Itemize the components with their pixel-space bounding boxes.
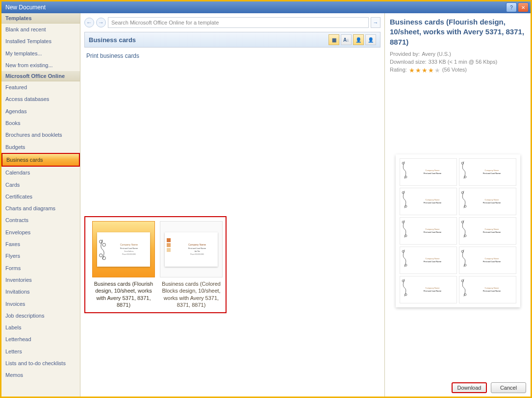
sidebar-item-envelopes[interactable]: Envelopes	[1, 226, 80, 238]
sidebar-item-agendas[interactable]: Agendas	[1, 105, 80, 117]
thumb-image: Company Name First and Last Name Street …	[92, 221, 155, 277]
star-icon: ★	[415, 67, 421, 74]
sidebar-item-labels[interactable]: Labels	[1, 322, 80, 333]
preview-card: Company NameFirst and Last Name	[400, 188, 457, 215]
preview-card: Company NameFirst and Last Name	[459, 217, 516, 245]
template-thumb-blocks[interactable]: Company Name First and Last Name Job Tit…	[160, 221, 223, 308]
star-icon: ★	[428, 67, 434, 74]
sidebar-item-newfromexisting[interactable]: New from existing...	[1, 59, 80, 71]
star-icon: ★	[409, 67, 415, 74]
sidebar-item-blank[interactable]: Blank and recent	[1, 24, 80, 35]
template-preview: Company NameFirst and Last Name Company …	[396, 154, 520, 307]
provided-by-row: Provided by: Avery (U.S.)	[390, 51, 526, 57]
preview-card: Company NameFirst and Last Name	[400, 276, 457, 303]
thumb-label: Business cards (Colored Blocks design, 1…	[160, 280, 223, 308]
window-title: New Document	[3, 4, 506, 11]
sidebar-item-access[interactable]: Access databases	[1, 93, 80, 105]
sidebar-item-letters[interactable]: Letters	[1, 346, 80, 357]
nav-forward-button[interactable]: →	[96, 18, 106, 27]
close-button[interactable]: ✕	[518, 2, 529, 12]
svg-point-2	[100, 253, 102, 256]
new-document-dialog: New Document ? ✕ Templates Blank and rec…	[0, 0, 532, 398]
help-button[interactable]: ?	[506, 2, 517, 12]
thumb-image: Company Name First and Last Name Job Tit…	[160, 221, 223, 277]
sidebar-item-books[interactable]: Books	[1, 117, 80, 129]
titlebar: New Document ? ✕	[1, 1, 531, 13]
sidebar-item-calendars[interactable]: Calendars	[1, 167, 80, 178]
preview-card: Company NameFirst and Last Name	[400, 247, 457, 274]
sidebar-item-featured[interactable]: Featured	[1, 81, 80, 93]
sidebar-item-installed[interactable]: Installed Templates	[1, 35, 80, 47]
rating-row: Rating: ★ ★ ★ ★ ★ (56 Votes)	[390, 67, 526, 74]
filter-button[interactable]: 👤	[365, 34, 376, 45]
view-button[interactable]: ▦	[329, 34, 339, 45]
preview-card: Company NameFirst and Last Name	[459, 188, 516, 215]
sidebar-item-cards[interactable]: Cards	[1, 179, 80, 191]
center-panel: ← → Search Microsoft Office Online for a…	[80, 13, 385, 397]
cancel-button[interactable]: Cancel	[491, 382, 526, 393]
template-sidebar[interactable]: Templates Blank and recent Installed Tem…	[1, 13, 80, 397]
thumb-label: Business cards (Flourish design, 10/shee…	[92, 280, 155, 308]
sidebar-item-certificates[interactable]: Certificates	[1, 191, 80, 202]
sidebar-item-mytemplates[interactable]: My templates...	[1, 48, 80, 59]
sidebar-item-brochures[interactable]: Brochures and booklets	[1, 129, 80, 141]
window-buttons: ? ✕	[506, 2, 529, 12]
sidebar-item-invitations[interactable]: Invitations	[1, 286, 80, 298]
sidebar-item-charts[interactable]: Charts and diagrams	[1, 202, 80, 214]
download-button[interactable]: Download	[452, 382, 487, 393]
detail-title: Business cards (Flourish design, 10/shee…	[390, 17, 526, 47]
sidebar-group-online: Featured Access databases Agendas Books …	[1, 81, 80, 381]
customer-button[interactable]: 👤	[353, 34, 364, 45]
search-input[interactable]: Search Microsoft Office Online for a tem…	[108, 17, 369, 28]
star-icon: ★	[422, 67, 428, 74]
subcategory-label: Print business cards	[80, 48, 384, 64]
rating-stars: ★ ★ ★ ★ ★	[409, 67, 440, 74]
sidebar-item-businesscards[interactable]: Business cards	[1, 153, 80, 167]
sidebar-item-memos[interactable]: Memos	[1, 369, 80, 381]
preview-card: Company NameFirst and Last Name	[459, 158, 516, 186]
sidebar-item-flyers[interactable]: Flyers	[1, 250, 80, 262]
download-size-row: Download size: 333 KB (< 1 min @ 56 Kbps…	[390, 59, 526, 65]
sidebar-section-templates: Templates	[1, 13, 80, 24]
svg-point-1	[102, 243, 105, 246]
preview-card: Company NameFirst and Last Name	[459, 247, 516, 274]
sidebar-item-jobdescriptions[interactable]: Job descriptions	[1, 310, 80, 322]
sidebar-item-inventories[interactable]: Inventories	[1, 274, 80, 286]
sidebar-group-local: Blank and recent Installed Templates My …	[1, 24, 80, 71]
dialog-buttons: Download Cancel	[452, 382, 526, 393]
preview-card: Company NameFirst and Last Name	[400, 158, 457, 186]
template-thumbnails: Company Name First and Last Name Street …	[84, 216, 227, 313]
sidebar-item-contracts[interactable]: Contracts	[1, 214, 80, 226]
sidebar-item-faxes[interactable]: Faxes	[1, 238, 80, 250]
sidebar-item-lists[interactable]: Lists and to-do checklists	[1, 357, 80, 369]
search-row: ← → Search Microsoft Office Online for a…	[84, 16, 380, 29]
sidebar-item-letterhead[interactable]: Letterhead	[1, 333, 80, 345]
category-title: Business cards	[89, 36, 136, 44]
detail-pane: Business cards (Flourish design, 10/shee…	[385, 13, 531, 397]
preview-card: Company NameFirst and Last Name	[400, 217, 457, 245]
preview-card: Company NameFirst and Last Name	[459, 276, 516, 303]
nav-back-button[interactable]: ←	[84, 18, 94, 27]
sidebar-item-forms[interactable]: Forms	[1, 262, 80, 274]
sort-button[interactable]: A↓	[341, 34, 352, 45]
template-thumb-flourish[interactable]: Company Name First and Last Name Street …	[92, 221, 155, 308]
search-go-button[interactable]: →	[371, 17, 380, 28]
category-header: Business cards ▦ A↓ 👤 👤	[84, 32, 380, 48]
flourish-icon	[99, 234, 106, 265]
dialog-body: Templates Blank and recent Installed Tem…	[1, 13, 531, 397]
star-icon: ★	[434, 67, 440, 74]
sidebar-item-invoices[interactable]: Invoices	[1, 298, 80, 310]
sidebar-item-budgets[interactable]: Budgets	[1, 141, 80, 153]
sidebar-section-online: Microsoft Office Online	[1, 71, 80, 81]
